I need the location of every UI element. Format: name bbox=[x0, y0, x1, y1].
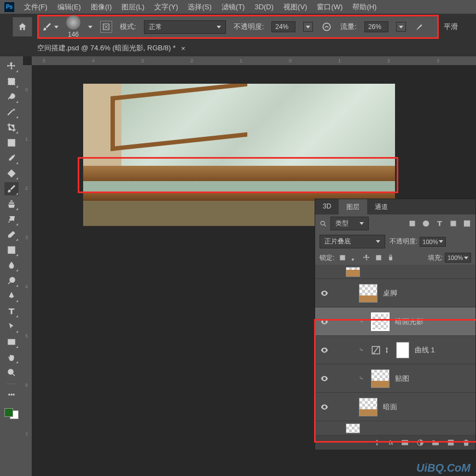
marquee-tool[interactable] bbox=[4, 75, 19, 88]
svg-point-5 bbox=[12, 174, 13, 175]
clone-stamp-tool[interactable] bbox=[4, 198, 19, 211]
blend-mode-select[interactable]: 正常 bbox=[144, 20, 226, 34]
brush-preset-picker[interactable]: 146 bbox=[66, 15, 80, 38]
layer-opacity-input[interactable]: 100% bbox=[420, 237, 446, 247]
opacity-label: 不透明度: bbox=[234, 22, 264, 32]
tool-preset-picker[interactable] bbox=[42, 22, 59, 32]
brush-dropdown[interactable] bbox=[88, 26, 92, 28]
smoothing-label: 平滑 bbox=[444, 22, 458, 32]
filter-smart-icon[interactable] bbox=[463, 219, 471, 228]
filter-pixel-icon[interactable] bbox=[408, 219, 416, 228]
lock-all-icon[interactable] bbox=[387, 254, 394, 262]
layer-row[interactable] bbox=[315, 265, 475, 279]
menu-select[interactable]: 选择(S) bbox=[188, 2, 211, 12]
history-brush-tool[interactable] bbox=[4, 213, 19, 226]
svg-point-7 bbox=[10, 277, 15, 282]
mode-label: 模式: bbox=[120, 22, 136, 32]
highlight-box-layers bbox=[314, 319, 476, 443]
menubar: Ps 文件(F) 编辑(E) 图像(I) 图层(L) 文字(Y) 选择(S) 滤… bbox=[0, 0, 476, 14]
menu-layer[interactable]: 图层(L) bbox=[121, 2, 144, 12]
svg-rect-16 bbox=[340, 255, 345, 260]
layer-name: 桌脚 bbox=[383, 288, 397, 298]
brush-panel-toggle[interactable] bbox=[100, 21, 112, 33]
menu-file[interactable]: 文件(F) bbox=[24, 2, 48, 12]
flow-input[interactable]: 26% bbox=[364, 21, 388, 32]
eraser-tool[interactable] bbox=[4, 228, 19, 241]
search-icon bbox=[320, 220, 327, 228]
pen-tool[interactable] bbox=[4, 289, 19, 303]
svg-rect-17 bbox=[376, 256, 381, 260]
svg-point-4 bbox=[10, 172, 11, 173]
brush-tool[interactable] bbox=[4, 182, 19, 195]
filter-shape-icon[interactable] bbox=[449, 219, 457, 228]
dodge-tool[interactable] bbox=[4, 274, 19, 287]
move-tool[interactable] bbox=[4, 60, 19, 73]
crop-tool[interactable] bbox=[4, 121, 19, 134]
svg-rect-13 bbox=[451, 221, 456, 226]
visibility-toggle[interactable] bbox=[320, 288, 329, 298]
menu-image[interactable]: 图像(I) bbox=[91, 2, 112, 12]
menu-type[interactable]: 文字(Y) bbox=[154, 2, 178, 12]
svg-rect-8 bbox=[8, 340, 15, 345]
pressure-opacity-icon[interactable] bbox=[321, 21, 333, 33]
ruler-vertical: 01234567 bbox=[23, 65, 32, 476]
svg-point-9 bbox=[8, 369, 13, 374]
document-tab[interactable]: 空间搭建.psd @ 74.6% (暗面光影, RGB/8) * × bbox=[31, 41, 192, 55]
filter-type-icon[interactable] bbox=[436, 219, 444, 228]
tab-3d[interactable]: 3D bbox=[315, 199, 339, 214]
rectangle-tool[interactable] bbox=[4, 335, 19, 349]
opacity-input[interactable]: 24% bbox=[271, 21, 295, 32]
svg-rect-11 bbox=[410, 221, 415, 227]
filter-type-select[interactable]: 类型 bbox=[330, 217, 369, 230]
layer-thumb bbox=[359, 284, 378, 303]
layer-row[interactable]: 桌脚 bbox=[315, 279, 475, 307]
menu-help[interactable]: 帮助(H) bbox=[352, 2, 376, 12]
menu-filter[interactable]: 滤镜(T) bbox=[222, 2, 245, 12]
menu-window[interactable]: 窗口(W) bbox=[317, 2, 343, 12]
type-tool[interactable] bbox=[4, 305, 19, 318]
healing-tool[interactable] bbox=[4, 167, 19, 180]
svg-point-12 bbox=[423, 220, 429, 227]
tab-layers[interactable]: 图层 bbox=[339, 199, 367, 214]
airbrush-icon[interactable] bbox=[414, 21, 426, 33]
svg-rect-15 bbox=[466, 222, 468, 225]
watermark: UiBQ.CoM bbox=[416, 462, 471, 474]
toolbox: ••• bbox=[0, 56, 23, 476]
svg-rect-1 bbox=[8, 78, 15, 85]
lock-artboard-icon[interactable] bbox=[375, 254, 382, 262]
ruler-horizontal: 543210123 bbox=[32, 56, 476, 65]
lock-transparent-icon[interactable] bbox=[339, 254, 346, 262]
menu-edit[interactable]: 编辑(E) bbox=[57, 2, 81, 12]
color-swatch[interactable] bbox=[4, 408, 19, 419]
lock-paint-icon[interactable] bbox=[351, 254, 358, 262]
document-tabbar: 空间搭建.psd @ 74.6% (暗面光影, RGB/8) * × bbox=[0, 40, 476, 56]
highlight-box-canvas bbox=[78, 157, 398, 193]
panel-tabs: 3D 图层 通道 bbox=[315, 199, 475, 214]
flow-label: 流量: bbox=[340, 22, 357, 32]
edit-toolbar[interactable]: ••• bbox=[4, 388, 19, 402]
gradient-tool[interactable] bbox=[4, 243, 19, 257]
home-button[interactable] bbox=[13, 17, 32, 37]
canvas-area[interactable]: 543210123 01234567 3D 图层 通道 类型 bbox=[23, 56, 476, 476]
fill-input[interactable]: 100% bbox=[445, 253, 471, 263]
layer-blend-mode[interactable]: 正片叠底 bbox=[320, 235, 385, 248]
flow-dropdown[interactable] bbox=[396, 22, 406, 32]
hand-tool[interactable] bbox=[4, 351, 19, 364]
frame-tool[interactable] bbox=[4, 136, 19, 149]
tab-close-button[interactable]: × bbox=[181, 44, 185, 53]
lock-position-icon[interactable] bbox=[363, 254, 370, 262]
menu-view[interactable]: 视图(V) bbox=[283, 2, 307, 12]
menu-3d[interactable]: 3D(D) bbox=[254, 3, 274, 11]
lasso-tool[interactable] bbox=[4, 90, 19, 103]
zoom-tool[interactable] bbox=[4, 366, 19, 379]
app-logo: Ps bbox=[4, 2, 14, 12]
opacity-dropdown[interactable] bbox=[303, 22, 313, 32]
path-select-tool[interactable] bbox=[4, 320, 19, 333]
magic-wand-tool[interactable] bbox=[4, 106, 19, 119]
blur-tool[interactable] bbox=[4, 259, 19, 272]
lock-label: 锁定: bbox=[320, 253, 334, 263]
tab-channels[interactable]: 通道 bbox=[367, 199, 396, 214]
svg-rect-3 bbox=[8, 170, 15, 177]
filter-adjust-icon[interactable] bbox=[422, 219, 430, 228]
eyedropper-tool[interactable] bbox=[4, 152, 19, 165]
